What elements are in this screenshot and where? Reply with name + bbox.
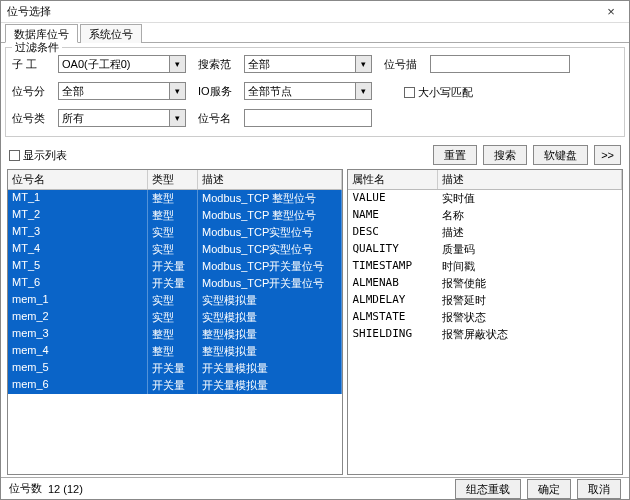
checkbox-show-list-label: 显示列表 <box>23 148 67 163</box>
table-row[interactable]: ALMSTATE报警状态 <box>348 309 622 326</box>
cell-type: 开关量 <box>148 360 198 377</box>
tag-list-body[interactable]: MT_1整型Modbus_TCP 整型位号MT_2整型Modbus_TCP 整型… <box>8 190 342 474</box>
cell-attr: TIMESTAMP <box>348 258 438 275</box>
table-row[interactable]: MT_1整型Modbus_TCP 整型位号 <box>8 190 342 207</box>
tab-strip: 数据库位号 系统位号 <box>1 23 629 43</box>
col-header-attr[interactable]: 属性名 <box>348 170 438 189</box>
table-row[interactable]: QUALITY质量码 <box>348 241 622 258</box>
attr-list-header: 属性名 描述 <box>348 170 622 190</box>
table-row[interactable]: MT_5开关量Modbus_TCP开关量位号 <box>8 258 342 275</box>
cell-type: 实型 <box>148 241 198 258</box>
cell-adesc: 时间戳 <box>438 258 622 275</box>
cell-desc: Modbus_TCP 整型位号 <box>198 190 342 207</box>
table-row[interactable]: SHIELDING报警屏蔽状态 <box>348 326 622 343</box>
table-row[interactable]: ALMDELAY报警延时 <box>348 292 622 309</box>
col-header-name[interactable]: 位号名 <box>8 170 148 189</box>
cell-attr: ALMENAB <box>348 275 438 292</box>
cell-type: 整型 <box>148 326 198 343</box>
checkbox-case-sensitive[interactable]: 大小写匹配 <box>404 85 473 100</box>
tag-list-header: 位号名 类型 描述 <box>8 170 342 190</box>
cell-name: MT_1 <box>8 190 148 207</box>
label-subproject: 子 工 <box>12 57 54 72</box>
main-area: 位号名 类型 描述 MT_1整型Modbus_TCP 整型位号MT_2整型Mod… <box>1 169 629 477</box>
combo-tag-type[interactable]: ▾ <box>58 109 186 127</box>
chevron-down-icon[interactable]: ▾ <box>169 56 185 72</box>
cell-desc: 开关量模拟量 <box>198 360 342 377</box>
cell-name: mem_1 <box>8 292 148 309</box>
cell-adesc: 描述 <box>438 224 622 241</box>
titlebar: 位号选择 × <box>1 1 629 23</box>
table-row[interactable]: NAME名称 <box>348 207 622 224</box>
cell-desc: Modbus_TCP开关量位号 <box>198 258 342 275</box>
label-tag-name: 位号名 <box>198 111 240 126</box>
reload-config-button[interactable]: 组态重载 <box>455 479 521 499</box>
table-row[interactable]: mem_2实型实型模拟量 <box>8 309 342 326</box>
combo-tag-type-input[interactable] <box>59 110 169 126</box>
cell-attr: DESC <box>348 224 438 241</box>
more-button[interactable]: >> <box>594 145 621 165</box>
dialog-window: 位号选择 × 数据库位号 系统位号 过滤条件 子 工 ▾ 位号分 <box>0 0 630 500</box>
table-row[interactable]: MT_4实型Modbus_TCP实型位号 <box>8 241 342 258</box>
table-row[interactable]: mem_4整型整型模拟量 <box>8 343 342 360</box>
reset-button[interactable]: 重置 <box>433 145 477 165</box>
label-tag-desc: 位号描 <box>384 57 426 72</box>
close-icon[interactable]: × <box>599 4 623 19</box>
combo-subproject-input[interactable] <box>59 56 169 72</box>
status-bar: 位号数 12 (12) 组态重载 确定 取消 <box>1 477 629 499</box>
filter-legend: 过滤条件 <box>12 40 62 55</box>
cell-adesc: 报警屏蔽状态 <box>438 326 622 343</box>
combo-io-service[interactable]: ▾ <box>244 82 372 100</box>
col-header-type[interactable]: 类型 <box>148 170 198 189</box>
ok-button[interactable]: 确定 <box>527 479 571 499</box>
table-row[interactable]: mem_5开关量开关量模拟量 <box>8 360 342 377</box>
cell-type: 开关量 <box>148 258 198 275</box>
cell-adesc: 报警延时 <box>438 292 622 309</box>
input-tag-desc[interactable] <box>430 55 570 73</box>
col-header-adesc[interactable]: 描述 <box>438 170 622 189</box>
cell-attr: NAME <box>348 207 438 224</box>
cell-desc: 整型模拟量 <box>198 326 342 343</box>
table-row[interactable]: DESC描述 <box>348 224 622 241</box>
cell-name: mem_2 <box>8 309 148 326</box>
cell-attr: ALMSTATE <box>348 309 438 326</box>
combo-search-scope[interactable]: ▾ <box>244 55 372 73</box>
tag-list-pane: 位号名 类型 描述 MT_1整型Modbus_TCP 整型位号MT_2整型Mod… <box>7 169 343 475</box>
combo-search-scope-input[interactable] <box>245 56 355 72</box>
cell-name: mem_3 <box>8 326 148 343</box>
table-row[interactable]: mem_3整型整型模拟量 <box>8 326 342 343</box>
toolbar: 显示列表 重置 搜索 软键盘 >> <box>1 141 629 169</box>
checkbox-show-list[interactable]: 显示列表 <box>9 148 67 163</box>
status-count-value: 12 (12) <box>48 483 83 495</box>
table-row[interactable]: TIMESTAMP时间戳 <box>348 258 622 275</box>
window-title: 位号选择 <box>7 4 599 19</box>
checkbox-box-icon <box>404 87 415 98</box>
cell-name: MT_3 <box>8 224 148 241</box>
table-row[interactable]: mem_1实型实型模拟量 <box>8 292 342 309</box>
cancel-button[interactable]: 取消 <box>577 479 621 499</box>
col-header-desc[interactable]: 描述 <box>198 170 342 189</box>
cell-desc: 实型模拟量 <box>198 292 342 309</box>
cell-desc: Modbus_TCP开关量位号 <box>198 275 342 292</box>
combo-tag-group[interactable]: ▾ <box>58 82 186 100</box>
label-tag-type: 位号类 <box>12 111 54 126</box>
table-row[interactable]: ALMENAB报警使能 <box>348 275 622 292</box>
table-row[interactable]: MT_2整型Modbus_TCP 整型位号 <box>8 207 342 224</box>
chevron-down-icon[interactable]: ▾ <box>169 110 185 126</box>
attr-list-body[interactable]: VALUE实时值NAME名称DESC描述QUALITY质量码TIMESTAMP时… <box>348 190 622 474</box>
combo-tag-group-input[interactable] <box>59 83 169 99</box>
combo-io-service-input[interactable] <box>245 83 355 99</box>
tab-system-tag[interactable]: 系统位号 <box>80 24 142 43</box>
search-button[interactable]: 搜索 <box>483 145 527 165</box>
table-row[interactable]: MT_3实型Modbus_TCP实型位号 <box>8 224 342 241</box>
table-row[interactable]: MT_6开关量Modbus_TCP开关量位号 <box>8 275 342 292</box>
input-tag-name[interactable] <box>244 109 372 127</box>
table-row[interactable]: VALUE实时值 <box>348 190 622 207</box>
chevron-down-icon[interactable]: ▾ <box>169 83 185 99</box>
table-row[interactable]: mem_6开关量开关量模拟量 <box>8 377 342 394</box>
chevron-down-icon[interactable]: ▾ <box>355 56 371 72</box>
combo-subproject[interactable]: ▾ <box>58 55 186 73</box>
cell-desc: 开关量模拟量 <box>198 377 342 394</box>
cell-adesc: 实时值 <box>438 190 622 207</box>
soft-keyboard-button[interactable]: 软键盘 <box>533 145 588 165</box>
chevron-down-icon[interactable]: ▾ <box>355 83 371 99</box>
